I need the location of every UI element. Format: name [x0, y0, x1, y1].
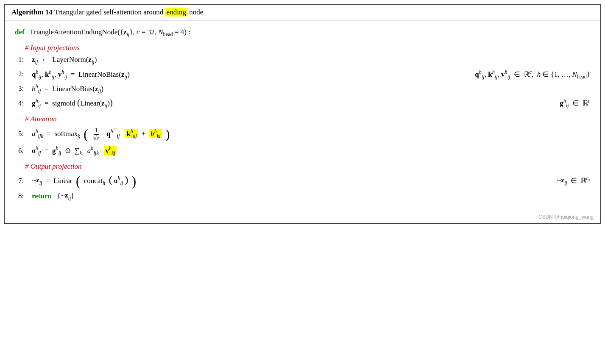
step-3-num: 3:	[18, 84, 32, 93]
step-2-content: qhij, khij, vhij = LinearNoBias(zij)	[32, 69, 458, 80]
step-1-num: 1:	[18, 56, 32, 64]
step-2-annotation: qhij, khij, vhij ∈ ℝc, h ∈ {1, …, Nhead}	[458, 69, 590, 80]
step-8-num: 8:	[18, 192, 32, 200]
comment-input-projections: # Input projections	[25, 44, 590, 52]
step-4: 4: ghij = sigmoid (Linear(zij)) ghij ∈ ℝ…	[15, 98, 590, 109]
step-4-annotation: ghij ∈ ℝc	[543, 98, 590, 109]
step-1: 1: zij ← LayerNorm(zij)	[15, 56, 590, 65]
step-7-annotation: ~zij ∈ ℝcz	[540, 175, 590, 186]
comment-output-projection: # Output projection	[25, 162, 590, 171]
algorithm-highlight-ending: ending	[165, 8, 187, 17]
step-2-num: 2:	[18, 70, 32, 78]
def-signature: TriangleAttentionEndingNode({zij}, c = 3…	[26, 28, 190, 36]
def-line: def TriangleAttentionEndingNode({zij}, c…	[15, 28, 590, 38]
step-6-num: 6:	[18, 147, 32, 155]
step-7: 7: ~zij = Linear ( concath ( ohij ) ) ~z…	[15, 174, 590, 188]
algorithm-title-suffix: node	[189, 8, 203, 16]
step-6: 6: ohij = ghij ⊙ ∑k ahijk vhkj	[15, 145, 590, 156]
step-8-content: return {~zij}	[32, 191, 590, 202]
algorithm-title-text: Triangular gated self-attention around	[54, 8, 165, 16]
step-3-content: bhij = LinearNoBias(zij)	[32, 83, 590, 94]
algorithm-box: Algorithm 14 Triangular gated self-atten…	[4, 4, 601, 224]
step-6-content: ohij = ghij ⊙ ∑k ahijk vhkj	[32, 145, 590, 156]
step-2: 2: qhij, khij, vhij = LinearNoBias(zij) …	[15, 69, 590, 80]
watermark: CSDN @huiqiong_wang	[5, 212, 600, 223]
step-4-num: 4:	[18, 99, 32, 108]
def-keyword: def	[15, 28, 25, 36]
return-keyword: return	[32, 192, 52, 200]
algorithm-header: Algorithm 14 Triangular gated self-atten…	[5, 5, 600, 20]
step-5: 5: ahijk = softmaxk ( 1 √c qh⊤ij khkj + …	[15, 127, 590, 142]
step-5-num: 5:	[18, 130, 32, 138]
algorithm-body: def TriangleAttentionEndingNode({zij}, c…	[5, 20, 600, 212]
comment-attention: # Attention	[25, 115, 590, 123]
step-5-content: ahijk = softmaxk ( 1 √c qh⊤ij khkj + bhk…	[32, 127, 590, 142]
step-7-content: ~zij = Linear ( concath ( ohij ) )	[32, 174, 540, 188]
algorithm-label: Algorithm 14	[11, 8, 53, 16]
step-3: 3: bhij = LinearNoBias(zij)	[15, 83, 590, 94]
step-4-content: ghij = sigmoid (Linear(zij))	[32, 98, 543, 109]
step-8: 8: return {~zij}	[15, 191, 590, 202]
step-7-num: 7:	[18, 177, 32, 185]
step-1-content: zij ← LayerNorm(zij)	[32, 56, 590, 65]
